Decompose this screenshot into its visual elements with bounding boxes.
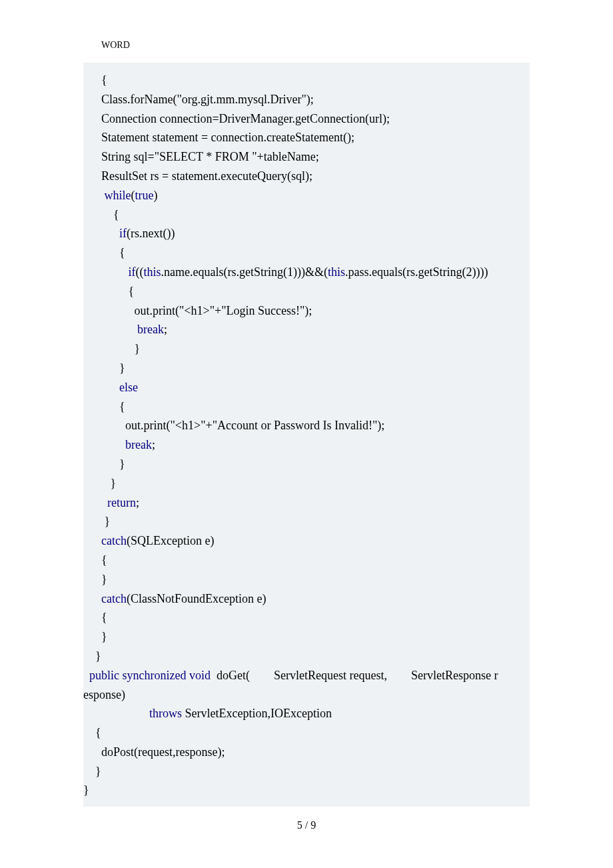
code-line: else	[83, 378, 530, 397]
keyword-this: this	[144, 265, 161, 279]
keyword-throws: throws	[149, 707, 182, 720]
keyword-this: this	[328, 265, 345, 279]
code-line: throws ServletException,IOException	[83, 704, 530, 723]
keyword-if: if	[129, 265, 136, 279]
code-line: break;	[83, 320, 530, 339]
code-line: }	[83, 781, 530, 800]
code-line: {	[83, 397, 530, 417]
code-line: Connection connection=DriverManager.getC…	[83, 109, 530, 129]
code-line: out.print("<h1>"+"Account or Password Is…	[83, 416, 530, 435]
keyword-while: while	[105, 189, 131, 202]
keyword-void: void	[189, 669, 211, 682]
code-line: {	[83, 205, 530, 225]
code-line: }	[83, 512, 530, 531]
keyword-synchronized: synchronized	[123, 669, 187, 682]
code-line: }	[83, 359, 530, 378]
code-line: String sql="SELECT * FROM "+tableName;	[83, 147, 530, 167]
code-line: doPost(request,response);	[83, 743, 530, 762]
code-line: {	[83, 608, 530, 627]
keyword-true: true	[135, 189, 154, 202]
code-line: {	[83, 282, 530, 301]
code-line: if((this.name.equals(rs.getString(1)))&&…	[83, 263, 530, 282]
code-line: ResultSet rs = statement.executeQuery(sq…	[83, 167, 530, 186]
code-line: catch(SQLException e)	[83, 531, 530, 551]
keyword-break: break	[137, 323, 164, 336]
keyword-return: return	[107, 496, 136, 509]
code-line: }	[83, 474, 530, 493]
code-line: {	[83, 551, 530, 570]
code-line: }	[83, 647, 530, 666]
code-line: {	[83, 71, 530, 90]
code-line: while(true)	[83, 186, 530, 205]
keyword-public: public	[89, 669, 119, 682]
keyword-if: if	[119, 227, 127, 240]
code-line: return;	[83, 493, 530, 513]
code-line: out.print("<h1>"+"Login Success!");	[83, 301, 530, 321]
code-line: }	[83, 339, 530, 359]
code-block: { Class.forName("org.gjt.mm.mysql.Driver…	[83, 63, 530, 807]
code-line: public synchronized void doGet( ServletR…	[83, 666, 530, 685]
code-line: Statement statement = connection.createS…	[83, 128, 530, 147]
code-line: }	[83, 627, 530, 647]
page-footer: 5 / 9	[0, 819, 613, 831]
keyword-catch: catch	[101, 534, 127, 547]
code-line: }	[83, 762, 530, 781]
code-line: }	[83, 455, 530, 474]
code-line: Class.forName("org.gjt.mm.mysql.Driver")…	[83, 90, 530, 109]
page-header: WORD	[0, 40, 613, 51]
code-line: {	[83, 723, 530, 743]
code-line: catch(ClassNotFoundException e)	[83, 589, 530, 609]
document-page: WORD { Class.forName("org.gjt.mm.mysql.D…	[0, 0, 613, 868]
code-line: break;	[83, 435, 530, 455]
keyword-else: else	[119, 381, 138, 394]
code-line: {	[83, 243, 530, 263]
keyword-break: break	[125, 438, 152, 451]
keyword-catch: catch	[101, 592, 127, 605]
code-line: if(rs.next())	[83, 224, 530, 243]
code-line: esponse)	[83, 685, 530, 705]
code-line: }	[83, 570, 530, 589]
